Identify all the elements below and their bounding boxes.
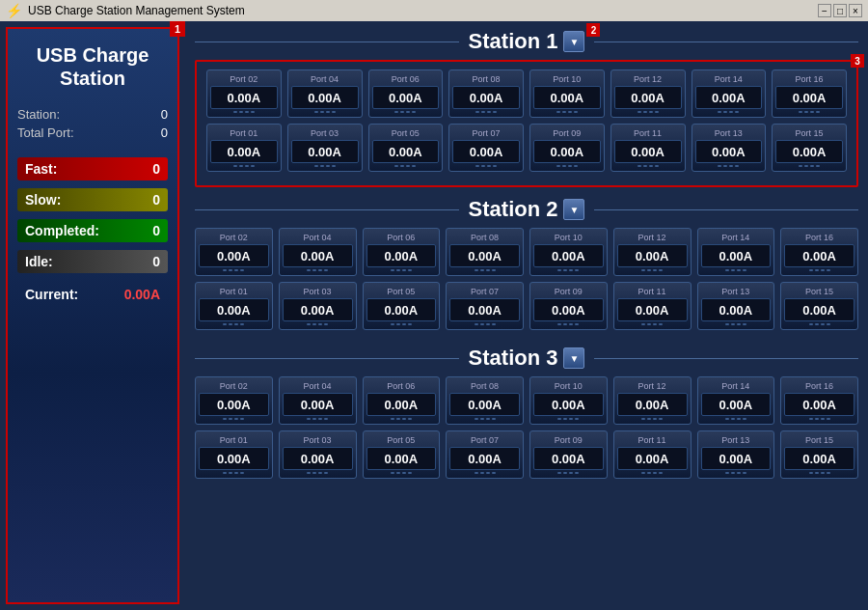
s3-port-15: Port 150.00A	[780, 430, 858, 479]
port-16: Port 16 0.00A	[772, 69, 847, 118]
s2-port-01: Port 010.00A	[195, 282, 273, 330]
station-2-dropdown[interactable]: ▼	[563, 199, 584, 220]
station-value: 0	[161, 107, 168, 122]
fast-label: Fast:	[25, 161, 57, 177]
s2-port-11: Port 110.00A	[613, 282, 692, 330]
port-02: Port 02 0.00A	[206, 69, 282, 118]
port-13: Port 13 0.00A	[692, 124, 767, 172]
slow-value: 0	[152, 192, 160, 208]
port-12-label: Port 12	[634, 74, 662, 84]
station-1-section: Station 1 ▼ 2 3 Port 02 0.00A	[195, 29, 858, 187]
s3-port-03: Port 030.00A	[279, 430, 357, 479]
port-14-label: Port 14	[715, 74, 743, 84]
port-12: Port 12 0.00A	[610, 69, 686, 118]
station-label: Station:	[17, 107, 60, 122]
s3-port-14: Port 140.00A	[697, 376, 775, 425]
port-11: Port 11 0.00A	[610, 124, 686, 172]
port-16-label: Port 16	[796, 74, 824, 84]
station-1-ports-container: 3 Port 02 0.00A Port 04 0.00A Port 06	[195, 60, 858, 187]
s3-port-12: Port 120.00A	[613, 376, 692, 425]
ports-badge-1: 3	[851, 54, 864, 68]
port-03: Port 03 0.00A	[287, 124, 363, 172]
sidebar-info: Station: 0 Total Port: 0	[17, 107, 168, 140]
station-1-number: 1	[546, 29, 557, 54]
port-07-label: Port 07	[473, 128, 501, 138]
fast-stat: Fast: 0	[17, 157, 168, 180]
completed-value: 0	[152, 223, 160, 238]
station-2-header: Station 2 ▼	[195, 197, 858, 222]
station-2-top-ports: Port 020.00A Port 040.00A Port 060.00A P…	[195, 228, 858, 276]
s2-port-04: Port 040.00A	[279, 228, 357, 276]
port-06-label: Port 06	[392, 74, 420, 84]
port-05-value: 0.00A	[372, 140, 440, 163]
total-port-label: Total Port:	[17, 125, 74, 140]
port-02-label: Port 02	[230, 74, 258, 84]
s3-port-16: Port 160.00A	[780, 376, 858, 425]
port-08: Port 08 0.00A	[448, 69, 524, 118]
s3-port-02: Port 020.00A	[195, 376, 273, 425]
port-04-value: 0.00A	[291, 86, 359, 109]
s2-port-12: Port 120.00A	[613, 228, 692, 276]
station-3-dropdown[interactable]: ▼	[563, 347, 584, 369]
station-2-bottom-ports: Port 010.00A Port 030.00A Port 050.00A P…	[195, 282, 858, 330]
port-14: Port 14 0.00A	[692, 69, 767, 118]
port-14-value: 0.00A	[695, 86, 763, 109]
port-05: Port 05 0.00A	[368, 124, 444, 172]
s2-port-16: Port 160.00A	[780, 228, 858, 276]
station-1-top-ports: Port 02 0.00A Port 04 0.00A Port 06 0.00…	[206, 69, 847, 118]
s3-port-07: Port 070.00A	[446, 430, 524, 479]
idle-stat: Idle: 0	[17, 250, 168, 273]
port-01-label: Port 01	[230, 128, 258, 138]
s3-port-13: Port 130.00A	[697, 430, 775, 479]
port-09: Port 09 0.00A	[529, 124, 605, 172]
close-button[interactable]: ×	[849, 4, 862, 17]
s3-port-06: Port 060.00A	[363, 376, 441, 425]
s2-port-09: Port 090.00A	[529, 282, 608, 330]
port-15-label: Port 15	[796, 128, 824, 138]
port-15-value: 0.00A	[775, 140, 843, 163]
station-3-ports-container: Port 020.00A Port 040.00A Port 060.00A P…	[195, 376, 858, 479]
station-1-badge: 2	[586, 23, 600, 37]
s2-port-05: Port 050.00A	[363, 282, 441, 330]
s2-port-07: Port 070.00A	[446, 282, 524, 330]
maximize-button[interactable]: □	[833, 4, 847, 17]
station-3-section: Station 3 ▼ Port 020.00A Port 040.00A Po…	[195, 346, 858, 485]
station-info-row: Station: 0	[17, 107, 168, 122]
port-03-label: Port 03	[311, 128, 339, 138]
station-3-top-ports: Port 020.00A Port 040.00A Port 060.00A P…	[195, 376, 858, 425]
slow-stat: Slow: 0	[17, 188, 168, 211]
current-label: Current:	[25, 287, 78, 302]
s3-port-09: Port 090.00A	[529, 430, 608, 479]
port-12-value: 0.00A	[614, 86, 682, 109]
port-10: Port 10 0.00A	[529, 69, 605, 118]
port-06: Port 06 0.00A	[368, 69, 444, 118]
station-3-bottom-ports: Port 010.00A Port 030.00A Port 050.00A P…	[195, 430, 858, 479]
s2-port-14: Port 140.00A	[697, 228, 775, 276]
port-09-value: 0.00A	[533, 140, 601, 163]
port-10-label: Port 10	[553, 74, 581, 84]
station-1-name: Station	[469, 29, 541, 54]
port-03-value: 0.00A	[291, 140, 359, 163]
current-row: Current: 0.00A	[17, 285, 168, 304]
sidebar-badge: 1	[170, 21, 185, 37]
s2-port-15: Port 150.00A	[780, 282, 858, 330]
right-area: Station 1 ▼ 2 3 Port 02 0.00A	[185, 21, 868, 610]
port-13-label: Port 13	[715, 128, 743, 138]
port-16-value: 0.00A	[775, 86, 843, 109]
main-content: 1 USB Charge Station Station: 0 Total Po…	[0, 21, 868, 610]
total-port-value: 0	[161, 125, 168, 140]
port-08-value: 0.00A	[452, 86, 520, 109]
completed-stat: Completed: 0	[17, 219, 168, 242]
port-13-value: 0.00A	[695, 140, 763, 163]
slow-label: Slow:	[25, 192, 61, 208]
port-11-label: Port 11	[634, 128, 662, 138]
station-2-title-wrap: Station 2 ▼	[459, 197, 595, 222]
s2-port-03: Port 030.00A	[279, 282, 357, 330]
minimize-button[interactable]: −	[818, 4, 831, 17]
s2-port-08: Port 080.00A	[446, 228, 524, 276]
station-1-dropdown[interactable]: ▼	[563, 31, 584, 52]
port-05-label: Port 05	[392, 128, 420, 138]
s2-port-13: Port 130.00A	[697, 282, 775, 330]
port-07: Port 07 0.00A	[448, 124, 524, 172]
window-title: USB Charge Station Management System	[28, 4, 245, 17]
